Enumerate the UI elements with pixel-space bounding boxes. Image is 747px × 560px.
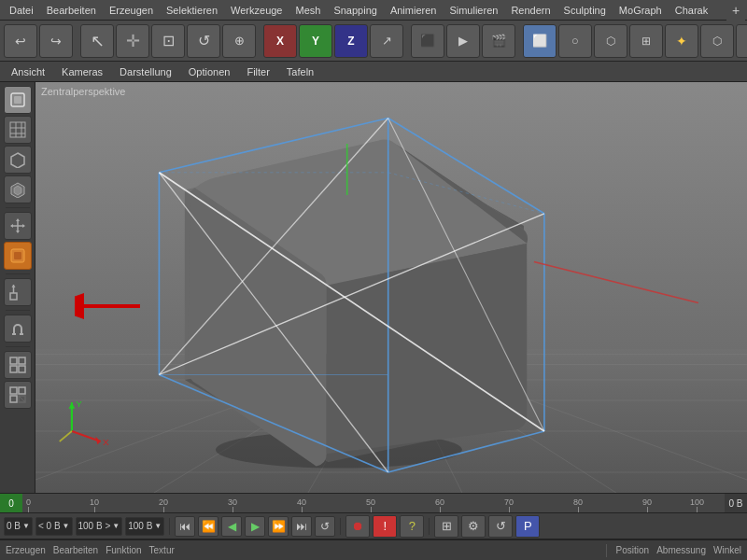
tick-70: 70 <box>504 497 514 512</box>
tick-0: 0 <box>26 497 31 512</box>
sound-button[interactable]: P <box>515 515 540 538</box>
sidebar-separator-1 <box>6 207 30 208</box>
bottom-abmessung[interactable]: Abmessung <box>656 545 706 555</box>
record-button[interactable]: ⏺ <box>345 515 370 538</box>
timeline-ruler[interactable]: 0 10 20 30 40 50 60 70 <box>22 494 725 512</box>
menu-bearbeiten[interactable]: Bearbeiten <box>41 3 102 18</box>
prev-frame-button[interactable]: ⏪ <box>198 516 218 537</box>
svg-line-31 <box>19 396 25 402</box>
bottom-winkel[interactable]: Winkel <box>713 545 741 555</box>
motion-clip-button[interactable]: ↺ <box>488 515 513 538</box>
bottom-erzeugen[interactable]: Erzeugen <box>6 545 46 555</box>
sidebar-separator-2 <box>6 273 30 274</box>
render-settings-button[interactable]: ⚙ <box>461 515 486 538</box>
tick-80: 80 <box>573 497 583 512</box>
frame-field-2[interactable]: < 0 B ▼ <box>35 517 73 536</box>
svg-rect-27 <box>10 387 17 394</box>
render-view-button[interactable]: ▶ <box>446 24 480 58</box>
bottom-bearbeiten[interactable]: Bearbeiten <box>53 545 98 555</box>
y-constraint-button[interactable]: Y <box>299 24 332 58</box>
rotate-tool-button[interactable]: ↺ <box>187 24 220 58</box>
view-kameras[interactable]: Kameras <box>54 64 110 79</box>
obj-cube-button[interactable]: ⬜ <box>523 24 557 58</box>
obj-cylinder-button[interactable]: ⬡ <box>594 24 627 58</box>
view-tafeln[interactable]: Tafeln <box>279 64 321 79</box>
obj-target-button[interactable]: ⊡ <box>736 24 747 58</box>
view-filter[interactable]: Filter <box>239 64 276 79</box>
sidebar-separator-4 <box>6 346 30 347</box>
jump-end-button[interactable]: ⏭ <box>291 516 312 537</box>
loop-button[interactable]: ↺ <box>315 516 335 537</box>
left-sidebar <box>0 82 35 493</box>
transform-tool-button[interactable]: ⊕ <box>222 24 256 58</box>
bottom-textur[interactable]: Textur <box>149 545 175 555</box>
model-mode-button[interactable] <box>4 86 32 114</box>
world-coord-button[interactable]: ↗ <box>370 24 403 58</box>
menu-bar: Datei Bearbeiten Erzeugen Selektieren We… <box>0 0 747 21</box>
lock-button[interactable] <box>4 381 32 409</box>
move-tool-sidebar[interactable] <box>4 212 32 240</box>
sculpt-mode-button[interactable] <box>4 175 32 203</box>
menu-rendern[interactable]: Rendern <box>505 3 556 18</box>
magnet-tool-button[interactable] <box>4 315 32 343</box>
redo-button[interactable]: ↪ <box>39 24 73 58</box>
menu-mesh[interactable]: Mesh <box>289 3 326 18</box>
x-constraint-button[interactable]: X <box>263 24 297 58</box>
svg-rect-2 <box>10 122 25 137</box>
svg-rect-1 <box>14 96 21 104</box>
key-help-button[interactable]: ? <box>400 515 424 538</box>
next-frame-button[interactable]: ⏩ <box>268 516 289 537</box>
move-tool-button[interactable]: ✛ <box>116 24 149 58</box>
active-mode-button[interactable] <box>4 242 32 270</box>
menu-selektieren[interactable]: Selektieren <box>161 3 223 18</box>
bottom-funktion[interactable]: Funktion <box>106 545 141 555</box>
select-tool-button[interactable]: ↖ <box>80 24 114 58</box>
layout-button[interactable]: ⊞ <box>434 515 458 538</box>
obj-plane-button[interactable]: ⊞ <box>629 24 663 58</box>
transport-separator-1 <box>169 518 170 535</box>
menu-simulieren[interactable]: Simulieren <box>444 3 503 18</box>
render-region-button[interactable]: ⬛ <box>411 24 444 58</box>
svg-rect-18 <box>10 293 17 300</box>
menu-snapping[interactable]: Snapping <box>328 3 383 18</box>
play-button[interactable]: ▶ <box>245 516 265 537</box>
menu-werkzeuge[interactable]: Werkzeuge <box>225 3 288 18</box>
viewport[interactable]: Zentralperspektive <box>35 82 747 493</box>
obj-camera-button[interactable]: ⬡ <box>700 24 734 58</box>
svg-marker-12 <box>16 218 20 221</box>
menu-mograph[interactable]: MoGraph <box>613 3 668 18</box>
texture-mode-button[interactable] <box>4 116 32 144</box>
snap-tool-button[interactable] <box>4 278 32 306</box>
view-toolbar: Ansicht Kameras Darstellung Optionen Fil… <box>0 62 747 82</box>
menu-charak[interactable]: Charak <box>669 3 713 18</box>
svg-marker-13 <box>16 231 20 233</box>
tick-100: 100 <box>690 497 704 512</box>
obj-sphere-button[interactable]: ○ <box>558 24 592 58</box>
viewport-plus-button[interactable]: + <box>726 0 745 21</box>
menu-sculpting[interactable]: Sculpting <box>558 3 612 18</box>
bottom-left: Erzeugen Bearbeiten Funktion Textur <box>6 545 175 555</box>
bp-mode-button[interactable] <box>4 146 32 174</box>
menu-animieren[interactable]: Animieren <box>385 3 443 18</box>
frame-field-4[interactable]: 100 B ▼ <box>125 517 164 536</box>
auto-key-button[interactable]: ! <box>373 515 397 538</box>
menu-erzeugen[interactable]: Erzeugen <box>104 3 159 18</box>
z-constraint-button[interactable]: Z <box>334 24 368 58</box>
scale-tool-button[interactable]: ⊡ <box>151 24 185 58</box>
render-all-button[interactable]: 🎬 <box>482 24 515 58</box>
view-ansicht[interactable]: Ansicht <box>4 64 52 79</box>
view-darstellung[interactable]: Darstellung <box>112 64 179 79</box>
tick-90: 90 <box>642 497 652 512</box>
view-optionen[interactable]: Optionen <box>181 64 238 79</box>
tick-10: 10 <box>90 497 99 512</box>
undo-button[interactable]: ↩ <box>4 24 37 58</box>
frame-field-1[interactable]: 0 B ▼ <box>4 517 33 536</box>
obj-light-button[interactable]: ✦ <box>665 24 698 58</box>
jump-start-button[interactable]: ⏮ <box>175 516 195 537</box>
bottom-position[interactable]: Position <box>616 545 650 555</box>
grid-button[interactable] <box>4 351 32 379</box>
frame-field-3[interactable]: 100 B > ▼ <box>76 517 123 536</box>
menu-datei[interactable]: Datei <box>4 3 39 18</box>
play-reverse-button[interactable]: ◀ <box>221 516 242 537</box>
sidebar-separator-3 <box>6 310 30 311</box>
